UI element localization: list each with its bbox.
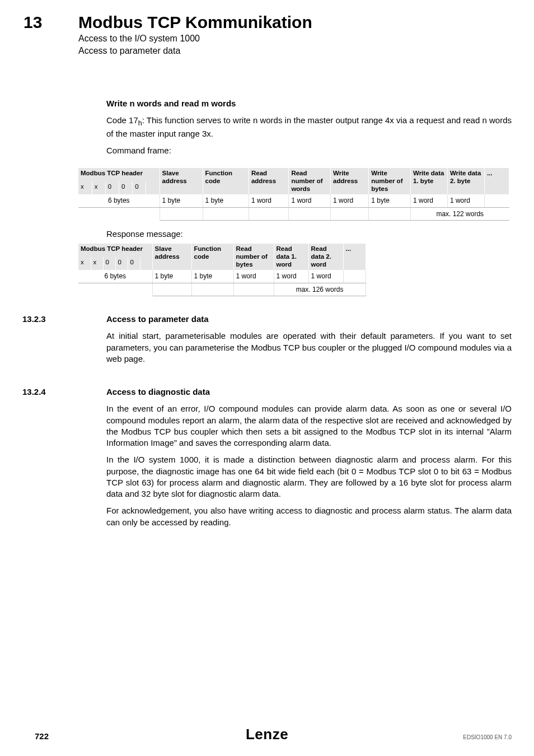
subscript-h: h <box>138 119 142 127</box>
section-body-diagnostic-p1: In the event of an error, I/O compound m… <box>106 403 512 449</box>
td-6bytes: 6 bytes <box>78 270 152 283</box>
section-heading-parameter-data: Access to parameter data <box>106 314 512 325</box>
table-header-row: Modbus TCP header Slave address Function… <box>78 244 509 257</box>
td-empty <box>484 194 509 207</box>
td-empty <box>343 270 366 283</box>
td-6bytes: 6 bytes <box>78 194 160 207</box>
th-ellipsis: ... <box>484 168 509 194</box>
td-empty <box>191 283 233 296</box>
th-function-code: Function code <box>191 244 233 270</box>
th-sub-0: 0 <box>119 181 133 195</box>
td-empty <box>160 207 203 220</box>
th-read-address: Read address <box>249 168 288 194</box>
td-1byte: 1 byte <box>369 194 411 207</box>
section-number-1323: 13.2.3 <box>22 314 46 325</box>
td-1word: 1 word <box>331 194 369 207</box>
section-body-parameter-data: At initial start, parameterisable module… <box>106 330 512 365</box>
th-sub-x: x <box>78 181 92 195</box>
section-number-1324: 13.2.4 <box>22 386 46 398</box>
th-function-code: Function code <box>203 168 249 194</box>
td-1word: 1 word <box>249 194 288 207</box>
td-1word: 1 word <box>233 270 274 283</box>
td-1word: 1 word <box>447 194 484 207</box>
td-max-words: max. 122 words <box>410 207 509 220</box>
td-empty <box>233 283 274 296</box>
section-body-code17: Code 17h: This function serves to write … <box>106 115 512 139</box>
section-body-diagnostic-p3: For acknowledgement, you also have writi… <box>106 505 512 528</box>
response-message-table: Modbus TCP header Slave address Function… <box>78 244 509 296</box>
td-1byte: 1 byte <box>191 270 233 283</box>
section-heading-diagnostic-data: Access to diagnostic data <box>106 386 512 398</box>
td-1byte: 1 byte <box>160 194 203 207</box>
th-slave-address: Slave address <box>160 168 203 194</box>
th-write-data1: Write data 1. byte <box>410 168 447 194</box>
lenze-logo: Lenze <box>246 725 288 744</box>
th-ellipsis: ... <box>343 244 366 270</box>
section-body-diagnostic-p2: In the I/O system 1000, it is made a dis… <box>106 454 512 500</box>
th-sub-blank <box>140 257 152 270</box>
td-empty <box>366 283 509 296</box>
page-number-bottom: 722 <box>35 731 49 742</box>
td-empty <box>78 283 152 296</box>
document-id: EDSIO1000 EN 7.0 <box>463 734 512 741</box>
td-empty <box>369 207 411 220</box>
command-frame-label: Command frame: <box>106 145 512 156</box>
th-slave-address: Slave address <box>152 244 191 270</box>
th-write-data2: Write data 2. byte <box>447 168 484 194</box>
header-subtitle-1: Access to the I/O system 1000 <box>78 32 200 45</box>
th-read-data2: Read data 2. word <box>308 244 343 270</box>
th-sub-0: 0 <box>103 257 115 270</box>
td-1byte: 1 byte <box>203 194 249 207</box>
th-modbus-header: Modbus TCP header <box>78 244 152 257</box>
td-1word: 1 word <box>308 270 343 283</box>
td-1byte: 1 byte <box>152 270 191 283</box>
text-fragment: Code 17 <box>106 115 138 125</box>
chapter-title: Modbus TCP Kommunikation <box>78 11 312 34</box>
td-1word: 1 word <box>289 194 331 207</box>
th-write-address: Write address <box>331 168 369 194</box>
th-sub-blank <box>146 181 160 195</box>
th-sub-0: 0 <box>115 257 128 270</box>
td-1word: 1 word <box>274 270 308 283</box>
th-modbus-header: Modbus TCP header <box>78 168 160 181</box>
th-sub-x: x <box>78 257 91 270</box>
td-empty <box>249 207 288 220</box>
th-read-number-words: Read number of words <box>289 168 331 194</box>
td-1word: 1 word <box>410 194 447 207</box>
table-row: max. 126 words <box>78 283 509 296</box>
table-row: 6 bytes 1 byte 1 byte 1 word 1 word 1 wo… <box>78 270 509 283</box>
td-empty <box>78 207 160 220</box>
section-heading-write-n-words: Write n words and read m words <box>106 98 512 109</box>
td-max-words: max. 126 words <box>274 283 366 296</box>
th-blank <box>366 244 509 270</box>
td-empty <box>152 283 191 296</box>
table-header-row: Modbus TCP header Slave address Function… <box>78 168 509 181</box>
th-sub-0: 0 <box>133 181 146 195</box>
header-subtitle-2: Access to parameter data <box>78 45 180 57</box>
page-number-top: 13 <box>24 11 42 34</box>
th-sub-x: x <box>91 257 103 270</box>
text-fragment: : This function serves to write n words … <box>106 115 512 138</box>
td-empty <box>331 207 369 220</box>
command-frame-table: Modbus TCP header Slave address Function… <box>78 168 509 221</box>
th-read-data1: Read data 1. word <box>274 244 308 270</box>
th-read-number-bytes: Read number of bytes <box>233 244 274 270</box>
td-empty <box>203 207 249 220</box>
th-sub-0: 0 <box>128 257 140 270</box>
th-sub-0: 0 <box>105 181 119 195</box>
th-write-number-bytes: Write number of bytes <box>369 168 411 194</box>
td-empty <box>289 207 331 220</box>
response-message-label: Response message: <box>106 228 512 240</box>
td-empty <box>366 270 509 283</box>
table-row: max. 122 words <box>78 207 509 220</box>
table-row: 6 bytes 1 byte 1 byte 1 word 1 word 1 wo… <box>78 194 509 207</box>
th-sub-x: x <box>92 181 105 195</box>
